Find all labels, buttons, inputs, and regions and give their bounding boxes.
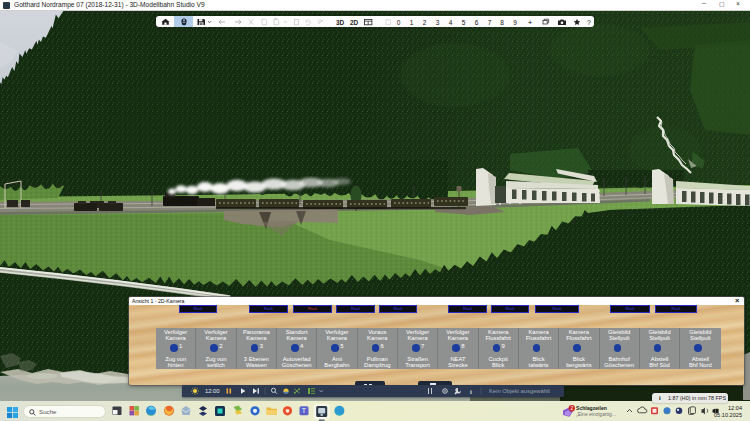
svg-text:78 FPS: 78 FPS <box>708 395 726 401</box>
svg-text:4: 4 <box>448 18 452 25</box>
svg-text:i: i <box>470 388 472 395</box>
svg-text:6: 6 <box>474 18 478 25</box>
svg-text:1: 1 <box>409 18 413 25</box>
svg-text:2D: 2D <box>350 18 359 25</box>
svg-text:7: 7 <box>487 18 491 25</box>
svg-text:2: 2 <box>570 406 573 411</box>
svg-text:„Eine einzigartig...: „Eine einzigartig... <box>576 411 616 417</box>
svg-text:Schlagzeilen: Schlagzeilen <box>576 405 607 411</box>
svg-text:2: 2 <box>422 18 426 25</box>
svg-text:5: 5 <box>461 18 465 25</box>
svg-text:+: + <box>527 18 532 27</box>
svg-text:?: ? <box>587 18 591 25</box>
svg-text:0: 0 <box>396 18 400 25</box>
svg-text:8: 8 <box>500 18 504 25</box>
svg-text:3D: 3D <box>336 18 345 25</box>
svg-text:12:00: 12:00 <box>205 388 220 394</box>
svg-text:1:87 (H0) in mm: 1:87 (H0) in mm <box>668 395 707 401</box>
svg-text:i: i <box>659 395 661 401</box>
svg-text:Kein Objekt ausgewählt: Kein Objekt ausgewählt <box>489 388 550 394</box>
svg-text:3: 3 <box>435 18 439 25</box>
svg-text:9: 9 <box>513 18 517 25</box>
svg-text:T: T <box>302 407 307 414</box>
